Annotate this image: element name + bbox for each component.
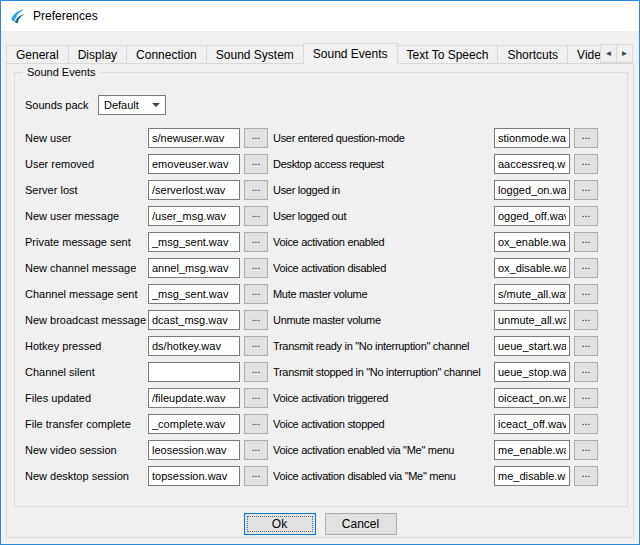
sound-file-input[interactable] — [494, 310, 570, 330]
browse-button[interactable]: ... — [574, 466, 598, 486]
title-bar: Preferences — [1, 1, 639, 31]
sound-event-label: Hotkey pressed — [25, 340, 148, 352]
sound-event-label: Voice activation disabled — [273, 262, 494, 274]
sound-file-input[interactable] — [148, 258, 240, 278]
sound-file-input[interactable] — [494, 466, 570, 486]
sound-event-row: Private message sent ... — [25, 229, 273, 255]
sound-file-input[interactable] — [148, 128, 240, 148]
browse-button[interactable]: ... — [574, 128, 598, 148]
browse-button[interactable]: ... — [574, 258, 598, 278]
tab-general[interactable]: General — [6, 45, 69, 63]
arrow-right-icon: ► — [621, 49, 629, 58]
tab-scroll-right-button[interactable]: ► — [616, 44, 633, 63]
browse-button[interactable]: ... — [244, 310, 268, 330]
browse-button[interactable]: ... — [574, 440, 598, 460]
sound-event-label: New user — [25, 132, 148, 144]
sound-event-label: New broadcast message — [25, 314, 148, 326]
browse-button[interactable]: ... — [574, 388, 598, 408]
browse-button[interactable]: ... — [244, 414, 268, 434]
sounds-pack-value: Default — [104, 99, 139, 111]
browse-button[interactable]: ... — [244, 154, 268, 174]
browse-button[interactable]: ... — [574, 414, 598, 434]
tab-connection[interactable]: Connection — [126, 45, 207, 63]
group-title: Sound Events — [23, 65, 100, 79]
sound-file-input[interactable] — [148, 232, 240, 252]
browse-button[interactable]: ... — [574, 362, 598, 382]
browse-button[interactable]: ... — [574, 206, 598, 226]
browse-button[interactable]: ... — [244, 362, 268, 382]
browse-button[interactable]: ... — [244, 258, 268, 278]
tab-text-to-speech[interactable]: Text To Speech — [397, 45, 499, 63]
sound-file-input[interactable] — [494, 284, 570, 304]
browse-button[interactable]: ... — [574, 232, 598, 252]
sound-file-input[interactable] — [494, 180, 570, 200]
sound-file-input[interactable] — [148, 440, 240, 460]
ok-button[interactable]: Ok — [244, 513, 316, 535]
browse-button[interactable]: ... — [244, 180, 268, 200]
sounds-pack-row: Sounds pack Default — [25, 95, 166, 115]
sound-event-label: New user message — [25, 210, 148, 222]
sound-file-input[interactable] — [494, 414, 570, 434]
browse-button[interactable]: ... — [244, 284, 268, 304]
tab-display[interactable]: Display — [68, 45, 127, 63]
browse-button[interactable]: ... — [244, 206, 268, 226]
browse-button[interactable]: ... — [244, 336, 268, 356]
browse-button[interactable]: ... — [574, 154, 598, 174]
browse-button[interactable]: ... — [244, 466, 268, 486]
browse-button[interactable]: ... — [574, 284, 598, 304]
cancel-button[interactable]: Cancel — [325, 513, 397, 535]
sound-event-row: Server lost ... — [25, 177, 273, 203]
browse-button[interactable]: ... — [244, 232, 268, 252]
sound-event-label: User logged in — [273, 184, 494, 196]
sound-file-input[interactable] — [494, 362, 570, 382]
sound-event-row: File transfer complete ... — [25, 411, 273, 437]
sound-event-row: New desktop session ... — [25, 463, 273, 489]
sound-event-row: User logged in ... — [273, 177, 607, 203]
sound-file-input[interactable] — [494, 388, 570, 408]
sound-event-label: Voice activation enabled — [273, 236, 494, 248]
sound-file-input[interactable] — [148, 388, 240, 408]
sound-event-row: Voice activation stopped ... — [273, 411, 607, 437]
sound-file-input[interactable] — [494, 206, 570, 226]
sound-event-label: Private message sent — [25, 236, 148, 248]
sound-event-row: Voice activation triggered ... — [273, 385, 607, 411]
sound-file-input[interactable] — [148, 362, 240, 382]
sound-event-row: Voice activation enabled ... — [273, 229, 607, 255]
sound-file-input[interactable] — [494, 440, 570, 460]
tab-video[interactable]: Video — [567, 45, 601, 63]
sound-file-input[interactable] — [148, 284, 240, 304]
sound-file-input[interactable] — [148, 336, 240, 356]
browse-button[interactable]: ... — [574, 310, 598, 330]
sound-event-label: Desktop access request — [273, 158, 494, 170]
browse-button[interactable]: ... — [244, 388, 268, 408]
sound-event-row: Mute master volume ... — [273, 281, 607, 307]
sound-event-row: User removed ... — [25, 151, 273, 177]
sound-file-input[interactable] — [148, 180, 240, 200]
browse-button[interactable]: ... — [574, 336, 598, 356]
sound-file-input[interactable] — [494, 154, 570, 174]
browse-button[interactable]: ... — [574, 180, 598, 200]
tab-sound-events[interactable]: Sound Events — [303, 43, 398, 64]
sound-event-label: User entered question-mode — [273, 132, 494, 144]
sound-file-input[interactable] — [148, 466, 240, 486]
browse-button[interactable]: ... — [244, 128, 268, 148]
sound-event-label: Files updated — [25, 392, 148, 404]
sounds-pack-select[interactable]: Default — [98, 95, 166, 115]
sound-file-input[interactable] — [494, 336, 570, 356]
sound-event-row: Voice activation disabled ... — [273, 255, 607, 281]
sound-event-row: New video session ... — [25, 437, 273, 463]
sound-event-label: File transfer complete — [25, 418, 148, 430]
sound-file-input[interactable] — [148, 154, 240, 174]
sound-event-label: New video session — [25, 444, 148, 456]
tab-shortcuts[interactable]: Shortcuts — [497, 45, 568, 63]
tab-scroll-left-button[interactable]: ◄ — [600, 44, 617, 63]
sound-file-input[interactable] — [494, 128, 570, 148]
tab-sound-system[interactable]: Sound System — [206, 45, 304, 63]
sound-file-input[interactable] — [494, 232, 570, 252]
sound-event-row: Voice activation enabled via "Me" menu .… — [273, 437, 607, 463]
sound-file-input[interactable] — [148, 310, 240, 330]
sound-file-input[interactable] — [148, 206, 240, 226]
browse-button[interactable]: ... — [244, 440, 268, 460]
sound-file-input[interactable] — [148, 414, 240, 434]
sound-file-input[interactable] — [494, 258, 570, 278]
